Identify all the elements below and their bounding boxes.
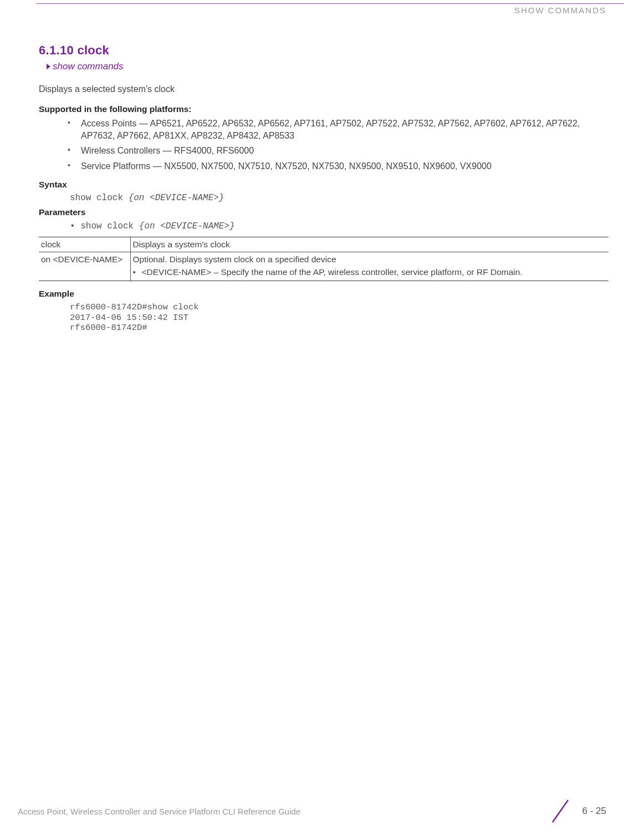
page-number: 6 - 25 bbox=[582, 806, 606, 817]
section-description: Displays a selected system's clock bbox=[39, 84, 608, 94]
platforms-list: Access Points — AP6521, AP6522, AP6532, … bbox=[68, 118, 608, 172]
table-row: on <DEVICE-NAME> Optional. Displays syst… bbox=[39, 252, 608, 281]
list-item: Service Platforms — NX5500, NX7500, NX75… bbox=[68, 160, 608, 172]
breadcrumb-link[interactable]: show commands bbox=[47, 61, 608, 72]
section-heading: 6.1.10 clock bbox=[39, 43, 608, 58]
page: SHOW COMMANDS 6.1.10 clock show commands… bbox=[0, 0, 624, 840]
parameters-table: clock Displays a system's clock on <DEVI… bbox=[39, 237, 608, 281]
param-desc-cell: Optional. Displays system clock on a spe… bbox=[130, 252, 608, 281]
list-item: Wireless Controllers — RFS4000, RFS6000 bbox=[68, 145, 608, 157]
footer-right: 6 - 25 bbox=[548, 798, 606, 824]
param-bullet-plain: • show clock bbox=[70, 221, 139, 231]
svg-line-0 bbox=[553, 800, 568, 822]
platforms-heading: Supported in the following platforms: bbox=[39, 104, 608, 114]
header-rule bbox=[36, 3, 624, 4]
param-name-cell: clock bbox=[39, 237, 130, 252]
syntax-plain: show clock bbox=[70, 193, 129, 203]
table-row: clock Displays a system's clock bbox=[39, 237, 608, 252]
footer-slash-icon bbox=[548, 798, 572, 824]
param-subitem: <DEVICE-NAME> – Specify the name of the … bbox=[133, 267, 605, 278]
parameters-heading: Parameters bbox=[39, 207, 608, 217]
param-desc-text: Optional. Displays system clock on a spe… bbox=[133, 254, 336, 264]
page-footer: Access Point, Wireless Controller and Se… bbox=[18, 798, 606, 824]
parameters-bullet: • show clock {on <DEVICE-NAME>} bbox=[70, 221, 608, 231]
running-header: SHOW COMMANDS bbox=[514, 6, 606, 15]
example-code: rfs6000-81742D#show clock 2017-04-06 15:… bbox=[70, 302, 608, 333]
param-sublist: <DEVICE-NAME> – Specify the name of the … bbox=[133, 267, 605, 278]
footer-title: Access Point, Wireless Controller and Se… bbox=[18, 807, 300, 816]
syntax-italic: {on <DEVICE-NAME>} bbox=[129, 193, 224, 203]
syntax-heading: Syntax bbox=[39, 180, 608, 190]
main-content: 6.1.10 clock show commands Displays a se… bbox=[39, 43, 608, 333]
breadcrumb-text: show commands bbox=[53, 61, 124, 72]
param-desc-cell: Displays a system's clock bbox=[130, 237, 608, 252]
param-name-cell: on <DEVICE-NAME> bbox=[39, 252, 130, 281]
param-bullet-italic: {on <DEVICE-NAME>} bbox=[139, 221, 235, 231]
arrow-right-icon bbox=[47, 64, 50, 69]
syntax-code: show clock {on <DEVICE-NAME>} bbox=[70, 193, 608, 203]
example-heading: Example bbox=[39, 289, 608, 299]
list-item: Access Points — AP6521, AP6522, AP6532, … bbox=[68, 118, 608, 141]
